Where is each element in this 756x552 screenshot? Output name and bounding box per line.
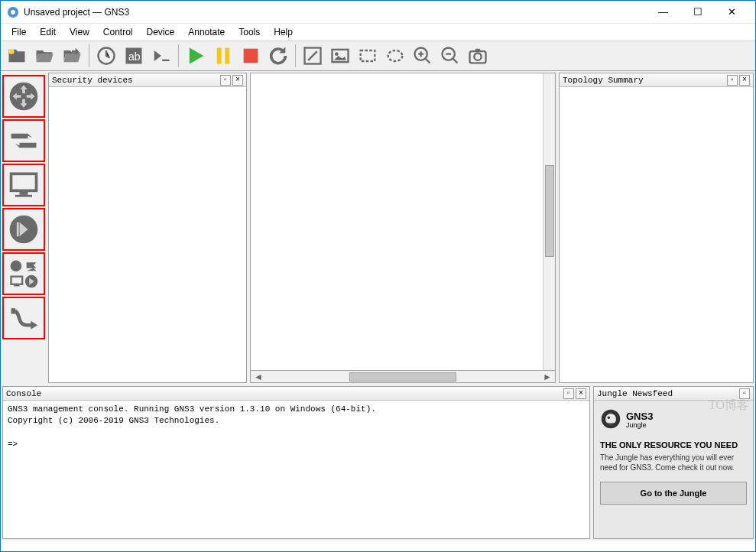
- topology-summary-panel: Topology Summary ▫ ×: [559, 73, 754, 383]
- panel-close-icon[interactable]: ×: [576, 388, 586, 399]
- close-button[interactable]: ✕: [715, 2, 749, 23]
- menu-help[interactable]: Help: [268, 25, 299, 39]
- svg-rect-9: [244, 49, 258, 63]
- panel-undock-icon[interactable]: ▫: [563, 388, 574, 399]
- jungle-body: GNS3 Jungle THE ONLY RESOURCE YOU NEED T…: [594, 401, 753, 538]
- switch-devices-button[interactable]: [2, 119, 45, 162]
- svg-rect-24: [17, 222, 19, 236]
- svg-rect-8: [225, 48, 229, 64]
- panel-undock-icon[interactable]: ▫: [220, 75, 231, 86]
- svg-rect-26: [11, 277, 23, 284]
- save-project-icon[interactable]: [59, 43, 85, 69]
- svg-rect-13: [361, 50, 375, 61]
- topology-summary-body: [560, 87, 753, 382]
- svg-rect-6: [162, 60, 169, 61]
- go-to-jungle-button[interactable]: Go to the Jungle: [600, 482, 747, 505]
- menu-device[interactable]: Device: [141, 25, 181, 39]
- console-title: Console: [6, 389, 41, 398]
- add-note-icon[interactable]: [300, 43, 326, 69]
- svg-point-25: [11, 261, 22, 272]
- panel-close-icon[interactable]: ×: [232, 75, 243, 86]
- svg-rect-7: [217, 48, 222, 64]
- main-toolbar: ab: [1, 41, 755, 71]
- jungle-logo-icon: [600, 408, 621, 431]
- topology-canvas[interactable]: [250, 73, 556, 371]
- menu-tools[interactable]: Tools: [232, 25, 266, 39]
- security-devices-title: Security devices: [52, 76, 133, 85]
- svg-point-32: [608, 417, 611, 420]
- jungle-description: The Jungle has everything you will ever …: [600, 453, 747, 472]
- reload-all-icon[interactable]: [265, 43, 291, 69]
- draw-ellipse-icon[interactable]: [382, 43, 408, 69]
- maximize-button[interactable]: ☐: [680, 2, 715, 23]
- panel-close-icon[interactable]: ×: [739, 75, 750, 86]
- menubar: File Edit View Control Device Annotate T…: [1, 24, 755, 41]
- pause-all-icon[interactable]: [210, 43, 236, 69]
- menu-control[interactable]: Control: [97, 25, 139, 39]
- new-project-icon[interactable]: [4, 43, 30, 69]
- device-toolbar: [1, 71, 47, 385]
- menu-annotate[interactable]: Annotate: [182, 25, 231, 39]
- jungle-brand-sub: Jungle: [626, 421, 653, 429]
- jungle-newsfeed-panel: Jungle Newsfeed ▫ GNS3 Jungle THE ONLY R…: [593, 386, 754, 539]
- window-title: Unsaved project — GNS3: [24, 7, 646, 18]
- svg-rect-29: [11, 308, 16, 313]
- svg-point-14: [388, 50, 403, 61]
- svg-rect-27: [14, 284, 19, 287]
- zoom-out-icon[interactable]: [437, 43, 463, 69]
- canvas-vscroll[interactable]: [543, 73, 555, 370]
- security-devices-panel: Security devices ▫ ×: [48, 73, 247, 383]
- panel-undock-icon[interactable]: ▫: [739, 388, 750, 399]
- svg-rect-20: [11, 174, 37, 190]
- svg-rect-22: [15, 195, 32, 197]
- svg-point-18: [474, 54, 481, 60]
- open-project-icon[interactable]: [31, 43, 57, 69]
- menu-edit[interactable]: Edit: [34, 25, 62, 39]
- titlebar: Unsaved project — GNS3 — ☐ ✕: [1, 1, 755, 24]
- draw-rectangle-icon[interactable]: [355, 43, 381, 69]
- jungle-brand: GNS3: [626, 411, 653, 421]
- svg-text:ab: ab: [128, 50, 141, 63]
- console-panel: Console ▫ × GNS3 management console. Run…: [2, 386, 590, 539]
- snapshot-icon[interactable]: [93, 43, 119, 69]
- jungle-title: Jungle Newsfeed: [597, 389, 673, 398]
- menu-file[interactable]: File: [5, 25, 32, 39]
- canvas-hscroll[interactable]: ◄►: [250, 371, 556, 383]
- svg-point-1: [11, 10, 15, 15]
- security-devices-body: [49, 87, 246, 382]
- add-link-button[interactable]: [2, 297, 45, 339]
- svg-point-2: [9, 49, 15, 54]
- svg-point-12: [335, 52, 339, 56]
- show-interface-labels-icon[interactable]: ab: [121, 43, 147, 69]
- canvas-area: ◄►: [250, 73, 556, 383]
- screenshot-icon[interactable]: [465, 43, 491, 69]
- svg-point-31: [605, 414, 616, 424]
- security-devices-button[interactable]: [2, 208, 45, 251]
- svg-rect-21: [20, 190, 28, 195]
- router-devices-button[interactable]: [2, 75, 45, 118]
- app-icon: [7, 6, 19, 18]
- end-devices-button[interactable]: [2, 164, 45, 206]
- console-all-icon[interactable]: [148, 43, 174, 69]
- topology-summary-title: Topology Summary: [563, 76, 644, 85]
- minimize-button[interactable]: —: [646, 2, 680, 23]
- insert-image-icon[interactable]: [327, 43, 353, 69]
- zoom-in-icon[interactable]: [410, 43, 436, 69]
- menu-view[interactable]: View: [63, 25, 96, 39]
- stop-all-icon[interactable]: [238, 43, 264, 69]
- start-all-icon[interactable]: [183, 43, 209, 69]
- jungle-headline: THE ONLY RESOURCE YOU NEED: [600, 440, 747, 450]
- panel-undock-icon[interactable]: ▫: [727, 75, 738, 86]
- all-devices-button[interactable]: [2, 252, 45, 295]
- console-output[interactable]: GNS3 management console. Running GNS3 ve…: [3, 401, 589, 538]
